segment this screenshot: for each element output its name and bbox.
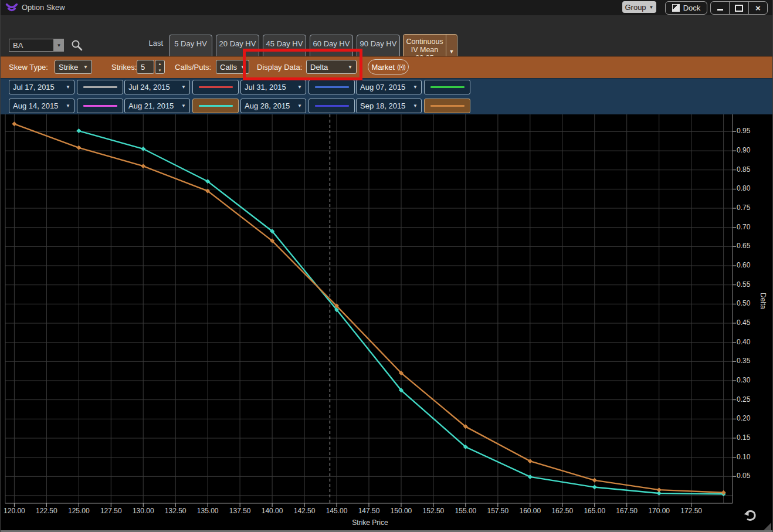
chevron-down-icon: ▼ xyxy=(57,43,62,48)
skew-type-label: Skew Type: xyxy=(9,63,48,72)
resize-grip[interactable] xyxy=(764,523,771,530)
reset-icon xyxy=(743,508,758,523)
series-color-swatch[interactable] xyxy=(308,80,355,94)
option-skew-window: Option Skew Group ▼ Dock × BA ▼ Boeing C… xyxy=(0,0,773,532)
window-title: Option Skew xyxy=(22,3,65,12)
minimize-icon xyxy=(717,9,723,11)
expiration-date: Jul 17, 2015 xyxy=(13,83,55,92)
chevron-down-icon: ▼ xyxy=(66,84,70,90)
series-color-swatch[interactable] xyxy=(308,99,355,113)
hv-box-label: 45 Day HV xyxy=(263,39,306,48)
quote-bar: BA ▼ Boeing Co Last 144.48 5 Day HV16.25… xyxy=(1,15,772,56)
series-color-swatch[interactable] xyxy=(424,99,470,113)
window-controls: × xyxy=(710,1,768,15)
hv-box-label: 90 Day HV xyxy=(357,39,399,48)
expiration-date: Aug 07, 2015 xyxy=(360,83,405,92)
skew-type-value: Strike xyxy=(59,63,78,72)
series-color-swatch[interactable] xyxy=(424,80,470,94)
expiration-dropdown[interactable]: Aug 14, 2015▼ xyxy=(9,99,74,113)
chevron-down-icon: ▼ xyxy=(413,84,418,90)
series-color-swatch[interactable] xyxy=(192,99,239,113)
dock-icon xyxy=(672,4,680,12)
search-icon xyxy=(70,39,83,52)
close-button[interactable]: × xyxy=(748,2,767,14)
strikes-spinner: ▲ ▼ xyxy=(155,60,165,74)
spinner-up-button[interactable]: ▲ xyxy=(155,60,164,67)
dock-button-label: Dock xyxy=(683,4,701,12)
reset-zoom-button[interactable] xyxy=(741,507,759,524)
chart-area xyxy=(1,114,772,532)
maximize-icon xyxy=(735,5,743,12)
series-color-line xyxy=(315,105,349,107)
iv-mean-label-line2: IV Mean xyxy=(404,46,446,54)
expiration-date: Jul 31, 2015 xyxy=(245,83,286,92)
skew-type-dropdown[interactable]: Strike ▼ xyxy=(55,60,92,74)
series-color-line xyxy=(199,105,233,107)
expiration-dropdown[interactable]: Aug 07, 2015▼ xyxy=(356,80,422,94)
chevron-down-icon: ▼ xyxy=(83,65,88,70)
expiration-dropdown[interactable]: Jul 31, 2015▼ xyxy=(240,80,306,94)
symbol-input[interactable]: BA xyxy=(9,39,54,52)
chevron-down-icon: ▼ xyxy=(297,84,302,90)
market-button-label: Market xyxy=(371,63,395,72)
annotation-highlight-box xyxy=(243,49,362,80)
iv-mean-label-line1: Continuous xyxy=(404,38,446,46)
app-logo-icon xyxy=(5,3,18,13)
series-color-line xyxy=(315,86,349,88)
expiration-date: Aug 21, 2015 xyxy=(128,101,174,110)
chevron-down-icon: ▼ xyxy=(181,103,186,109)
minimize-button[interactable] xyxy=(711,2,729,14)
chevron-down-icon: ▼ xyxy=(449,49,455,55)
expiration-date: Aug 28, 2015 xyxy=(245,101,290,110)
expiration-date: Sep 18, 2015 xyxy=(360,101,405,110)
expiration-dropdown[interactable]: Sep 18, 2015▼ xyxy=(356,99,422,113)
chevron-down-icon: ▼ xyxy=(66,103,70,109)
chevron-down-icon: ▼ xyxy=(649,5,654,10)
hv-box-label: 60 Day HV xyxy=(310,39,352,48)
expiration-date: Jul 24, 2015 xyxy=(128,83,170,92)
symbol-search-button[interactable] xyxy=(70,39,83,52)
spinner-up-icon: ▲ xyxy=(158,62,162,66)
expiration-dropdown[interactable]: Jul 17, 2015▼ xyxy=(9,80,74,94)
expiration-dropdown[interactable]: Jul 24, 2015▼ xyxy=(124,80,190,94)
last-price-label: Last xyxy=(106,39,163,48)
dock-button[interactable]: Dock xyxy=(665,1,707,15)
group-button-label: Group xyxy=(625,3,646,12)
series-color-line xyxy=(83,105,117,107)
market-broadcast-icon: ((•)) xyxy=(397,63,405,70)
strikes-value: 5 xyxy=(141,63,145,72)
chevron-down-icon: ▼ xyxy=(413,103,418,109)
series-color-line xyxy=(430,86,465,88)
series-color-line xyxy=(430,105,465,107)
expiration-dropdown[interactable]: Aug 21, 2015▼ xyxy=(124,99,190,113)
title-bar: Option Skew Group ▼ Dock × xyxy=(1,0,772,15)
series-color-line xyxy=(83,86,117,88)
group-button[interactable]: Group ▼ xyxy=(622,1,656,13)
series-color-swatch[interactable] xyxy=(77,99,123,113)
calls-puts-value: Calls xyxy=(220,63,237,72)
strikes-label: Strikes: xyxy=(111,63,137,72)
expiration-dropdown[interactable]: Aug 28, 2015▼ xyxy=(240,99,306,113)
chevron-down-icon: ▼ xyxy=(297,103,302,109)
close-icon: × xyxy=(755,4,761,12)
market-button[interactable]: Market ((•)) xyxy=(368,59,409,74)
hv-box-label: 5 Day HV xyxy=(169,39,212,48)
maximize-button[interactable] xyxy=(729,2,748,14)
spinner-down-icon: ▼ xyxy=(158,69,162,72)
symbol-dropdown-button[interactable]: ▼ xyxy=(54,39,64,52)
strikes-input[interactable]: 5 xyxy=(137,60,154,74)
series-color-swatch[interactable] xyxy=(192,80,239,94)
hv-box-label: 20 Day HV xyxy=(216,39,259,48)
chevron-down-icon: ▼ xyxy=(181,84,186,90)
series-color-swatch[interactable] xyxy=(77,80,123,94)
spinner-down-button[interactable]: ▼ xyxy=(155,67,164,73)
calls-puts-label: Calls/Puts: xyxy=(175,63,211,72)
expiration-date: Aug 14, 2015 xyxy=(13,101,58,110)
series-color-line xyxy=(199,86,233,88)
